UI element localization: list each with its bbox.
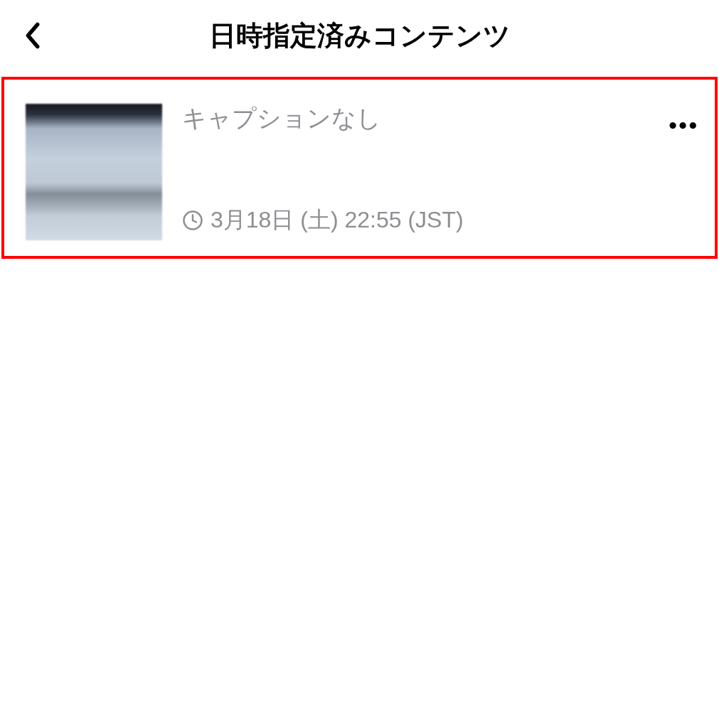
- chevron-left-icon: [23, 21, 43, 50]
- more-options-button[interactable]: •••: [669, 114, 699, 136]
- schedule-text: 3月18日 (土) 22:55 (JST): [211, 205, 464, 236]
- page-title: 日時指定済みコンテンツ: [11, 18, 708, 54]
- clock-icon: [182, 210, 203, 231]
- scheduled-content-item[interactable]: キャプションなし 3月18日 (土) 22:55 (JST): [26, 104, 693, 240]
- highlighted-item-container: キャプションなし 3月18日 (土) 22:55 (JST): [1, 77, 718, 259]
- header: 日時指定済みコンテンツ: [0, 0, 719, 71]
- more-icon: •••: [669, 112, 699, 138]
- schedule-row: 3月18日 (土) 22:55 (JST): [182, 205, 693, 236]
- back-button[interactable]: [17, 20, 48, 51]
- caption-text: キャプションなし: [182, 102, 693, 135]
- content-thumbnail: [26, 104, 162, 240]
- item-body: キャプションなし 3月18日 (土) 22:55 (JST): [162, 104, 693, 240]
